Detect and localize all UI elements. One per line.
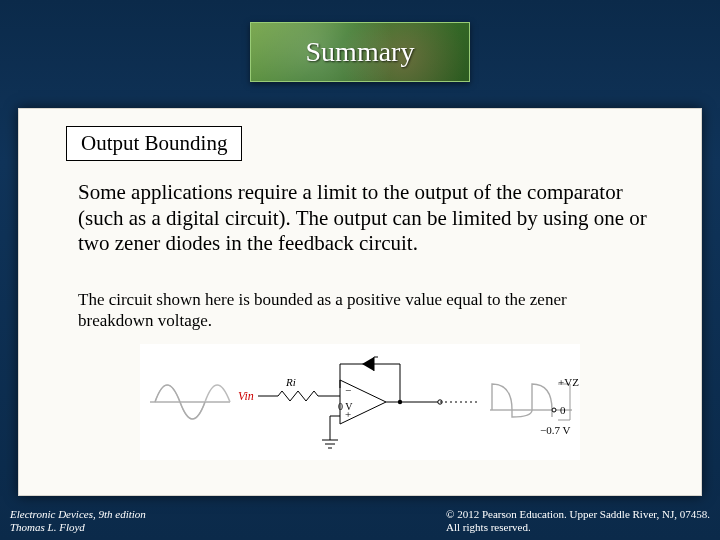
footer-copyright: © 2012 Pearson Education. Upper Saddle R… — [446, 508, 710, 521]
circuit-diagram: Vin Ri − + 0 V — [140, 344, 580, 460]
label-vin: Vin — [238, 389, 254, 403]
svg-point-18 — [552, 408, 556, 412]
paragraph-2: The circuit shown here is bounded as a p… — [78, 290, 632, 331]
title-text: Summary — [306, 36, 415, 68]
label-neg07: −0.7 V — [540, 424, 571, 436]
label-vz: +VZ — [558, 376, 579, 388]
paragraph-1: Some applications require a limit to the… — [78, 180, 654, 257]
footer-right: © 2012 Pearson Education. Upper Saddle R… — [446, 508, 710, 534]
footer: Electronic Devices, 9th edition Thomas L… — [0, 496, 720, 540]
footer-book-title: Electronic Devices, 9th edition — [10, 508, 146, 521]
diagram-svg: Vin Ri − + 0 V — [140, 344, 580, 460]
title-banner: Summary — [250, 22, 470, 82]
label-0v: 0 V — [338, 401, 353, 412]
subtitle-box: Output Bounding — [66, 126, 242, 161]
footer-rights: All rights reserved. — [446, 521, 710, 534]
content-panel: Output Bounding Some applications requir… — [18, 108, 702, 496]
subtitle-text: Output Bounding — [81, 131, 227, 155]
footer-author: Thomas L. Floyd — [10, 521, 146, 534]
footer-left: Electronic Devices, 9th edition Thomas L… — [10, 508, 146, 534]
label-ri: Ri — [285, 376, 296, 388]
label-zero: 0 — [560, 404, 566, 416]
label-minus: − — [345, 384, 351, 396]
